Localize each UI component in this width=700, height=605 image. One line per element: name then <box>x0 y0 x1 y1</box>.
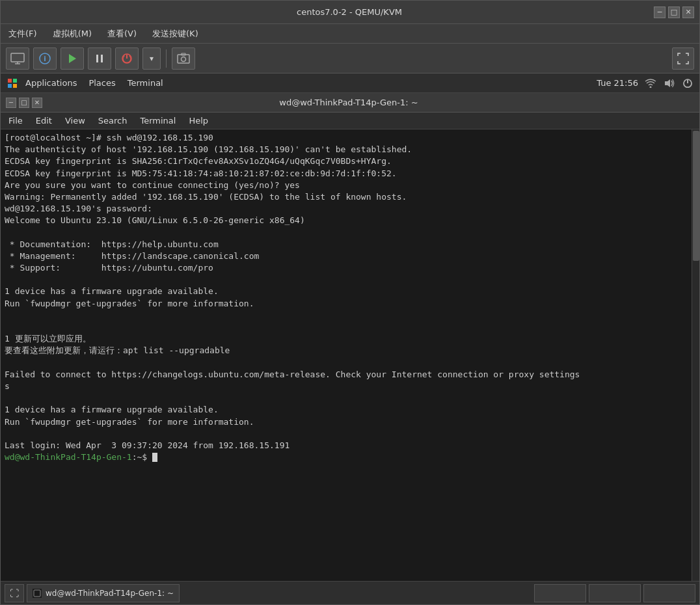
qemu-menu-view[interactable]: 查看(V) <box>103 27 141 41</box>
terminal-output: [root@localhost ~]# ssh wd@192.168.15.19… <box>1 129 692 581</box>
gnome-volume-icon[interactable] <box>663 77 676 89</box>
taskbar-item-label: wd@wd-ThinkPad-T14p-Gen-1: ~ <box>46 589 174 598</box>
qemu-maximize-button[interactable]: □ <box>668 7 680 18</box>
toolbar-run-button[interactable] <box>61 47 84 70</box>
qemu-menu-file[interactable]: 文件(F) <box>5 27 41 41</box>
terminal-menu-view[interactable]: View <box>61 114 89 127</box>
terminal-menu-terminal[interactable]: Terminal <box>136 114 180 127</box>
taskbar: ⛶ wd@wd-ThinkPad-T14p-Gen-1: ~ <box>1 581 699 604</box>
svg-rect-0 <box>11 53 24 62</box>
gnome-applications-menu[interactable]: Applications <box>20 77 82 89</box>
qemu-toolbar: i ▾ <box>1 44 699 74</box>
scrollbar-thumb[interactable] <box>693 131 699 261</box>
svg-rect-13 <box>8 79 12 83</box>
svg-rect-21 <box>34 590 40 597</box>
terminal-window: − □ ✕ wd@wd-ThinkPad-T14p-Gen-1: ~ File … <box>1 93 699 581</box>
qemu-minimize-button[interactable]: − <box>654 7 666 18</box>
taskbar-terminal-item[interactable]: wd@wd-ThinkPad-T14p-Gen-1: ~ <box>27 584 180 602</box>
taskbar-item-icon <box>33 589 42 598</box>
qemu-window-title: centos7.0-2 - QEMU/KVM <box>45 7 654 17</box>
toolbar-fullscreen-button[interactable] <box>672 47 694 70</box>
terminal-minimize-button[interactable]: − <box>6 98 16 108</box>
gnome-panel-left: Applications Places Terminal <box>6 77 168 90</box>
qemu-menu-sendkey[interactable]: 发送按键(K) <box>148 27 202 41</box>
svg-marker-5 <box>69 54 76 63</box>
svg-rect-6 <box>96 55 98 62</box>
terminal-menubar: File Edit View Search Terminal Help <box>1 113 699 129</box>
terminal-menu-help[interactable]: Help <box>185 114 212 127</box>
svg-rect-7 <box>101 55 103 62</box>
toolbar-monitor-button[interactable] <box>6 47 29 70</box>
qemu-menubar: 文件(F) 虚拟机(M) 查看(V) 发送按键(K) <box>1 24 699 44</box>
svg-rect-15 <box>8 84 12 88</box>
terminal-window-title: wd@wd-ThinkPad-T14p-Gen-1: ~ <box>42 98 655 107</box>
terminal-menu-edit[interactable]: Edit <box>32 114 56 127</box>
terminal-titlebar: − □ ✕ wd@wd-ThinkPad-T14p-Gen-1: ~ <box>1 93 699 113</box>
qemu-window-buttons: − □ ✕ <box>654 7 694 18</box>
gnome-power-icon[interactable] <box>681 77 694 90</box>
toolbar-dropdown-button[interactable]: ▾ <box>142 47 161 70</box>
toolbar-stop-button[interactable] <box>115 47 139 70</box>
taskbar-placeholder-2 <box>589 584 641 602</box>
terminal-menu-file[interactable]: File <box>5 114 27 127</box>
gnome-panel: Applications Places Terminal Tue 21:56 <box>1 74 699 93</box>
toolbar-pause-button[interactable] <box>88 47 111 70</box>
toolbar-info-button[interactable]: i <box>33 47 57 70</box>
svg-rect-16 <box>13 84 17 88</box>
svg-marker-18 <box>665 79 670 87</box>
taskbar-expand-button[interactable]: ⛶ <box>5 584 24 602</box>
gnome-terminal-menu[interactable]: Terminal <box>122 77 168 89</box>
svg-rect-14 <box>13 79 17 83</box>
terminal-menu-search[interactable]: Search <box>94 114 131 127</box>
qemu-titlebar: centos7.0-2 - QEMU/KVM − □ ✕ <box>1 1 699 24</box>
gnome-network-icon[interactable] <box>643 77 658 89</box>
qemu-close-button[interactable]: ✕ <box>682 7 694 18</box>
gnome-clock: Tue 21:56 <box>597 78 638 88</box>
applications-icon <box>6 77 19 90</box>
terminal-scrollbar[interactable] <box>692 129 699 581</box>
svg-point-11 <box>182 57 186 61</box>
taskbar-placeholder-1 <box>534 584 586 602</box>
qemu-menu-vm[interactable]: 虚拟机(M) <box>49 27 96 41</box>
gnome-places-menu[interactable]: Places <box>83 77 120 89</box>
toolbar-screenshot-button[interactable] <box>172 47 195 70</box>
terminal-window-buttons: − □ ✕ <box>6 98 42 108</box>
terminal-close-button[interactable]: ✕ <box>32 98 42 108</box>
svg-text:i: i <box>44 55 46 62</box>
svg-point-17 <box>650 86 652 88</box>
terminal-content-area[interactable]: [root@localhost ~]# ssh wd@192.168.15.19… <box>1 129 699 581</box>
gnome-panel-right: Tue 21:56 <box>597 77 694 90</box>
taskbar-placeholder-3 <box>643 584 695 602</box>
terminal-restore-button[interactable]: □ <box>19 98 29 108</box>
qemu-window: centos7.0-2 - QEMU/KVM − □ ✕ 文件(F) 虚拟机(M… <box>0 0 700 605</box>
toolbar-separator <box>166 49 167 68</box>
